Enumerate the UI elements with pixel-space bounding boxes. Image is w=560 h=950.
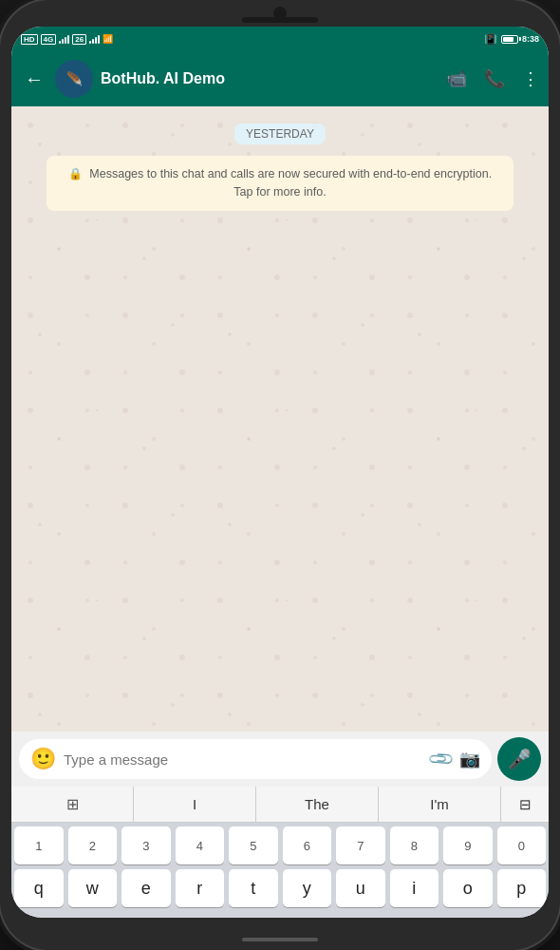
status-bar: HD 4G 26 📶 📳 [11, 27, 549, 51]
carrier-26: 26 [72, 34, 86, 45]
keyboard-rows: 1 2 3 4 5 6 7 8 9 0 q w e r t y [11, 823, 549, 918]
kb-key-e[interactable]: e [121, 869, 171, 907]
kb-key-4[interactable]: 4 [176, 826, 225, 864]
kb-key-9[interactable]: 9 [443, 826, 493, 864]
mic-button[interactable]: 🎤 [497, 737, 541, 781]
grid-icon: ⊞ [66, 795, 79, 813]
phone-shell: HD 4G 26 📶 📳 [0, 0, 560, 950]
kb-4-label: 4 [196, 839, 203, 853]
status-right: 📳 8:38 [484, 33, 539, 46]
kb-key-7[interactable]: 7 [336, 826, 385, 864]
kb-key-3[interactable]: 3 [121, 826, 171, 864]
security-notice[interactable]: 🔒 Messages to this chat and calls are no… [47, 156, 513, 211]
kb-key-i[interactable]: i [390, 869, 439, 907]
kb-key-1[interactable]: 1 [14, 826, 64, 864]
kb-2-label: 2 [89, 839, 96, 853]
phone-camera [273, 7, 287, 20]
battery-fill [503, 37, 513, 42]
date-badge: YESTERDAY [234, 124, 326, 144]
kb-key-p[interactable]: p [497, 869, 547, 907]
kb-1-label: 1 [35, 839, 42, 853]
emoji-button[interactable]: 🙂 [30, 747, 56, 771]
header-info[interactable]: BotHub. AI Demo [101, 70, 439, 87]
kb-key-o[interactable]: o [443, 869, 493, 907]
phone-bottom-bar [0, 929, 560, 950]
suggestion-i[interactable]: I [134, 787, 256, 822]
avatar[interactable]: 🪶 [55, 60, 93, 98]
clock: 8:38 [522, 34, 539, 44]
kb-key-6[interactable]: 6 [283, 826, 332, 864]
collapse-icon: ⊟ [519, 796, 532, 813]
avatar-inner: 🪶 [55, 60, 93, 98]
kb-row-letters: q w e r t y u i o p [14, 869, 546, 907]
svg-text:🪶: 🪶 [66, 71, 83, 87]
kb-7-label: 7 [357, 839, 364, 853]
message-input[interactable] [64, 751, 423, 768]
kb-key-r[interactable]: r [176, 869, 225, 907]
more-options-icon[interactable]: ⋮ [522, 68, 539, 89]
carrier-hd: HD [21, 34, 38, 45]
contact-name: BotHub. AI Demo [101, 70, 439, 87]
home-indicator [242, 938, 318, 941]
kb-key-q[interactable]: q [14, 869, 64, 907]
kb-6-label: 6 [304, 839, 310, 853]
kb-9-label: 9 [464, 839, 471, 853]
attach-button[interactable]: 📎 [426, 744, 456, 773]
input-area: 🙂 📎 📷 🎤 [11, 732, 549, 787]
suggestion-im-text: I'm [430, 796, 449, 812]
kb-r-label: r [196, 879, 202, 899]
camera-button[interactable]: 📷 [459, 749, 480, 770]
suggestion-the[interactable]: The [256, 787, 379, 822]
battery-icon [501, 35, 518, 44]
status-left: HD 4G 26 📶 [21, 34, 113, 45]
video-call-icon[interactable]: 📹 [446, 68, 467, 89]
suggestion-collapse[interactable]: ⊟ [501, 787, 549, 822]
kb-u-label: u [356, 879, 365, 899]
kb-i-label: i [412, 879, 416, 899]
kb-8-label: 8 [411, 839, 418, 853]
suggestion-i-text: I [193, 796, 196, 812]
bothub-logo: 🪶 [60, 65, 88, 93]
lock-icon: 🔒 [68, 167, 83, 180]
kb-key-y[interactable]: y [283, 869, 332, 907]
kb-p-label: p [516, 879, 526, 899]
kb-key-t[interactable]: t [229, 869, 278, 907]
phone-call-icon[interactable]: 📞 [484, 68, 505, 89]
kb-w-label: w [86, 879, 99, 899]
kb-0-label: 0 [518, 839, 525, 853]
kb-5-label: 5 [250, 839, 256, 853]
kb-grid-button[interactable]: ⊞ [11, 787, 134, 822]
vibrate-icon: 📳 [484, 33, 497, 46]
kb-key-w[interactable]: w [68, 869, 118, 907]
suggestion-im[interactable]: I'm [379, 787, 501, 822]
kb-key-0[interactable]: 0 [497, 826, 547, 864]
phone-screen: HD 4G 26 📶 📳 [11, 27, 549, 918]
kb-key-u[interactable]: u [336, 869, 385, 907]
kb-o-label: o [463, 879, 473, 899]
back-button[interactable]: ← [21, 65, 47, 94]
wa-header: ← 🪶 BotHub. AI Demo 📹 📞 ⋮ [11, 51, 549, 106]
chat-area: YESTERDAY 🔒 Messages to this chat and ca… [11, 106, 549, 732]
keyboard-area: ⊞ I The I'm ⊟ 1 2 [11, 787, 549, 918]
kb-y-label: y [303, 879, 311, 899]
signal-2-icon [89, 34, 100, 44]
kb-key-8[interactable]: 8 [390, 826, 439, 864]
kb-t-label: t [251, 879, 255, 899]
mic-icon: 🎤 [508, 748, 532, 770]
signal-1-icon [59, 34, 69, 44]
wifi-icon: 📶 [103, 34, 113, 44]
kb-3-label: 3 [142, 839, 149, 853]
kb-q-label: q [34, 879, 44, 899]
keyboard-suggestions: ⊞ I The I'm ⊟ [11, 787, 549, 823]
header-actions: 📹 📞 ⋮ [446, 68, 539, 89]
message-input-box[interactable]: 🙂 📎 📷 [19, 739, 492, 779]
carrier-4g: 4G [41, 34, 57, 45]
kb-key-5[interactable]: 5 [229, 826, 278, 864]
kb-row-numbers: 1 2 3 4 5 6 7 8 9 0 [14, 826, 546, 864]
kb-key-2[interactable]: 2 [68, 826, 118, 864]
security-text: Messages to this chat and calls are now … [89, 167, 492, 199]
kb-e-label: e [141, 879, 151, 899]
suggestion-the-text: The [305, 796, 329, 812]
